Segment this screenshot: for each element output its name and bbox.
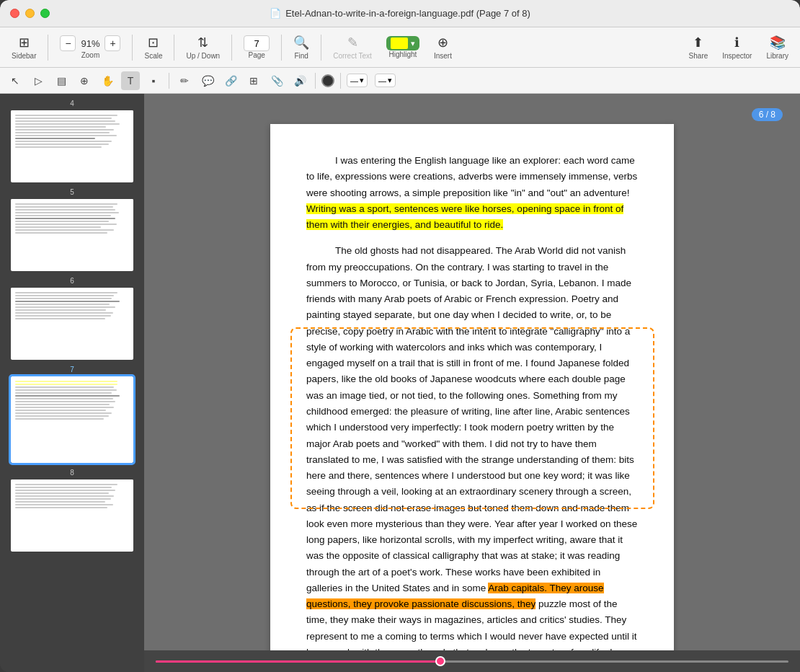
sep4 — [231, 35, 232, 61]
scale-group[interactable]: ⊡ Scale — [138, 32, 168, 63]
color-picker[interactable] — [321, 74, 334, 87]
cursor-tool[interactable]: ↖ — [6, 71, 25, 90]
updown-group[interactable]: ⇅ Up / Down — [180, 32, 226, 63]
highlight-1: Writing was a sport, sentences were like… — [306, 203, 623, 230]
zoom-in-button[interactable]: + — [105, 35, 120, 51]
zoom-label: Zoom — [81, 51, 100, 59]
pdf-view-area: 6 / 8 I was entering the English languag… — [144, 94, 800, 672]
updown-label: Up / Down — [186, 52, 220, 60]
text-select-tool[interactable]: ▤ — [52, 71, 71, 90]
library-label: Library — [766, 52, 788, 60]
sidebar-label: Sidebar — [12, 52, 36, 60]
line-style-selector[interactable]: —▾ — [347, 74, 368, 87]
insert-label: Insert — [434, 52, 452, 60]
share-group[interactable]: ⬆ Share — [683, 32, 714, 63]
highlight-color-box — [391, 37, 408, 49]
zoom-controls: − 91% + — [60, 35, 120, 51]
slider-fill — [156, 660, 440, 663]
highlight-group[interactable]: ▾ Highlight — [381, 33, 425, 61]
zoom-group: − 91% + Zoom — [54, 32, 126, 62]
correct-text-icon: ✎ — [347, 35, 358, 50]
share-icon: ⬆ — [693, 35, 703, 50]
find-group[interactable]: 🔍 Find — [288, 32, 315, 63]
sep6 — [321, 35, 321, 61]
redact-tool[interactable]: ▪ — [144, 71, 163, 90]
zoom-out-button[interactable]: − — [60, 35, 76, 51]
page-thumb-8[interactable]: 8 — [11, 469, 133, 552]
traffic-lights — [10, 9, 50, 18]
close-button[interactable] — [10, 9, 19, 18]
page-num-4: 4 — [11, 100, 133, 107]
title-bar: 📄 Etel-Adnan-to-write-in-a-foreign-langu… — [0, 0, 800, 27]
select-tool[interactable]: ▷ — [29, 71, 48, 90]
page-input[interactable]: 7 — [244, 35, 270, 51]
insert-group[interactable]: ⊕ Insert — [428, 32, 458, 63]
main-toolbar: ⊞ Sidebar − 91% + Zoom ⊡ Scale ⇅ Up / Do… — [0, 27, 800, 68]
maximize-button[interactable] — [40, 9, 50, 18]
line-end-selector[interactable]: —▾ — [375, 74, 396, 87]
highlight-2: Arab capitals. They arouse questions, th… — [306, 583, 604, 609]
scale-label: Scale — [144, 52, 162, 60]
paragraph-1: I was entering the English language like… — [306, 153, 638, 233]
updown-icon: ⇅ — [197, 35, 208, 50]
insert-icon: ⊕ — [437, 35, 448, 50]
sep5 — [281, 35, 282, 61]
highlight-label: Highlight — [388, 50, 417, 58]
file-icon: 📄 — [270, 8, 281, 19]
page-num-5: 5 — [11, 188, 133, 196]
page-thumb-6[interactable]: 6 — [11, 277, 133, 360]
markup-tool[interactable]: ✏ — [175, 71, 194, 90]
page-badge: 6 / 8 — [752, 108, 783, 121]
zoom-value: 91% — [77, 38, 103, 49]
page-thumb-4[interactable]: 4 — [11, 100, 133, 182]
page-num-7: 7 — [11, 366, 133, 373]
correct-text-label: Correct Text — [333, 52, 372, 60]
note-tool[interactable]: 💬 — [198, 71, 217, 90]
page-label: Page — [248, 51, 265, 59]
inspector-label: Inspector — [722, 52, 752, 60]
page-thumb-5[interactable]: 5 — [11, 188, 133, 271]
sep2 — [132, 35, 133, 61]
page-num-6: 6 — [11, 277, 133, 285]
zoom-tool[interactable]: ⊕ — [75, 71, 94, 90]
attach-tool[interactable]: 📎 — [267, 71, 286, 90]
library-button[interactable]: 📚 Library — [760, 32, 794, 63]
inspector-button[interactable]: ℹ Inspector — [716, 32, 757, 63]
scale-icon: ⊡ — [148, 35, 159, 50]
page-num-8: 8 — [11, 469, 133, 477]
inspector-icon: ℹ — [734, 35, 739, 50]
hand-tool[interactable]: ✋ — [98, 71, 117, 90]
stamp-tool[interactable]: ⊞ — [244, 71, 263, 90]
sidebar-icon: ⊞ — [19, 35, 30, 50]
main-content: 4 — [0, 94, 800, 672]
annotation-toolbar: ↖ ▷ ▤ ⊕ ✋ T ▪ ✏ 💬 🔗 ⊞ 📎 🔊 —▾ —▾ — [0, 68, 800, 94]
minimize-button[interactable] — [25, 9, 35, 18]
search-icon: 🔍 — [293, 35, 309, 50]
share-label: Share — [689, 52, 708, 60]
window-title: Etel-Adnan-to-write-in-a-foreign-languag… — [285, 8, 530, 19]
page-thumb-7[interactable]: 7 — [11, 366, 133, 463]
sep3 — [174, 35, 174, 61]
audio-tool[interactable]: 🔊 — [290, 71, 309, 90]
paragraph-2: The old ghosts had not disappeared. The … — [306, 243, 638, 672]
sep-t2-2 — [315, 73, 316, 89]
link-tool[interactable]: 🔗 — [221, 71, 240, 90]
scroll-slider — [144, 650, 800, 672]
slider-thumb[interactable] — [435, 656, 445, 666]
text-tool[interactable]: T — [121, 71, 140, 90]
page-sidebar: 4 — [0, 94, 144, 672]
sep-t2-1 — [169, 73, 169, 89]
find-label: Find — [294, 52, 308, 60]
sidebar-button[interactable]: ⊞ Sidebar — [6, 32, 42, 63]
sep-t2-3 — [340, 73, 341, 89]
library-icon: 📚 — [770, 35, 786, 50]
correct-text-group[interactable]: ✎ Correct Text — [327, 32, 378, 63]
pdf-page: I was entering the English language like… — [270, 124, 674, 658]
slider-track — [156, 660, 788, 663]
sep1 — [48, 35, 48, 61]
page-group: 7 Page — [238, 32, 275, 62]
